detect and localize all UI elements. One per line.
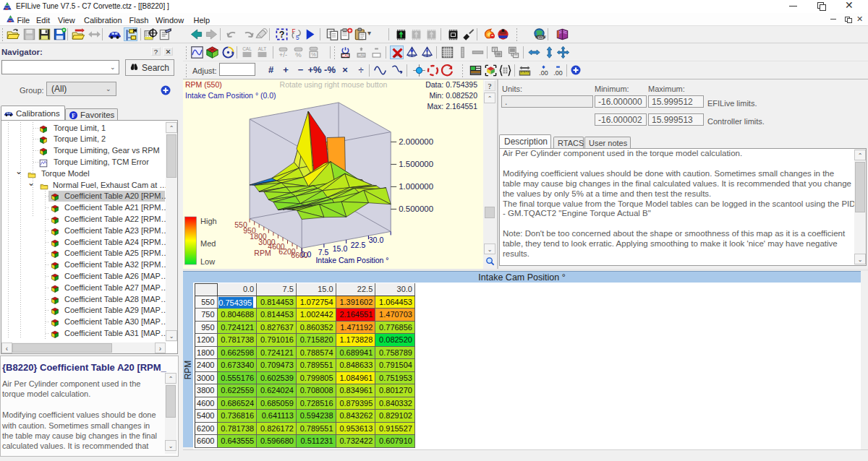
svg-text:RPM: RPM <box>254 249 271 257</box>
svg-text:F: F <box>72 112 75 119</box>
svg-text:Min: 0.082520: Min: 0.082520 <box>429 91 477 100</box>
svg-text:5: 5 <box>296 34 299 41</box>
svg-text:.00: .00 <box>539 69 548 77</box>
svg-text:15.0: 15.0 <box>333 244 348 253</box>
svg-text:WWW: WWW <box>535 35 546 39</box>
svg-text:0.500000: 0.500000 <box>399 204 433 213</box>
svg-text:2.000000: 2.000000 <box>399 137 433 146</box>
svg-text:CAL: CAL <box>242 46 252 51</box>
svg-text:RPM (550): RPM (550) <box>185 80 222 89</box>
svg-text:0.0: 0.0 <box>301 250 312 259</box>
svg-text:1.000000: 1.000000 <box>399 182 433 191</box>
svg-text:Low: Low <box>200 257 215 266</box>
svg-text:30.0: 30.0 <box>369 236 384 244</box>
svg-text:1.500000: 1.500000 <box>399 160 433 168</box>
svg-text:ALT: ALT <box>258 46 266 51</box>
svg-text:?: ? <box>279 30 285 40</box>
svg-text:Med: Med <box>200 239 216 248</box>
svg-text:CAL: CAL <box>357 53 365 57</box>
svg-text:.00: .00 <box>553 69 562 77</box>
svg-text:Intake Cam Position ° (0.0): Intake Cam Position ° (0.0) <box>185 91 276 100</box>
svg-text:High: High <box>200 217 217 225</box>
svg-text:Intake Cam Position °: Intake Cam Position ° <box>315 256 388 264</box>
svg-text:Max: 2.164551: Max: 2.164551 <box>427 102 478 111</box>
svg-text:Data: 0.754395: Data: 0.754395 <box>425 80 477 89</box>
svg-text:+/-: +/- <box>279 51 287 59</box>
svg-text:%: % <box>311 51 316 58</box>
svg-text:Rotate using right mouse butto: Rotate using right mouse button <box>280 80 388 89</box>
svg-text:CAL: CAL <box>341 53 349 58</box>
svg-text:%: % <box>295 51 302 59</box>
svg-text:22.5: 22.5 <box>351 241 366 249</box>
